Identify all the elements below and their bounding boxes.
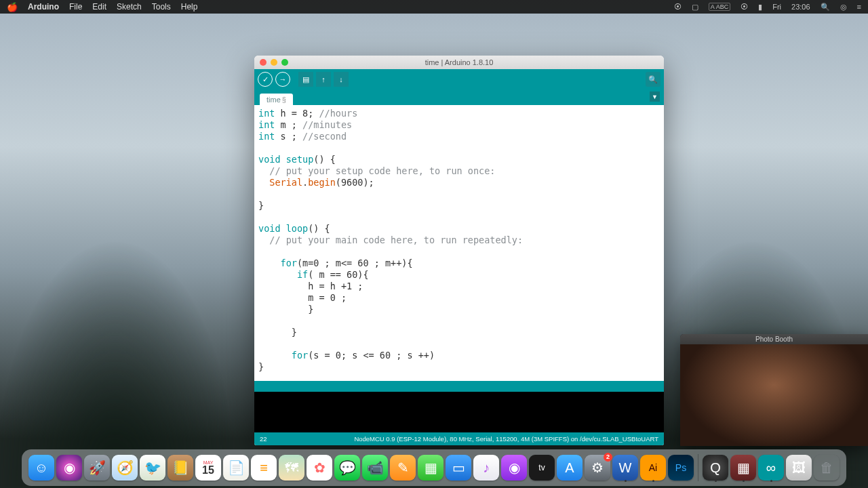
dock-quicktime[interactable]: Q <box>703 455 728 481</box>
dock-keynote[interactable]: ▭ <box>446 455 471 481</box>
new-sketch-button[interactable]: ▤ <box>298 72 313 87</box>
sketch-tab[interactable]: time§ <box>260 94 293 105</box>
menu-file[interactable]: File <box>69 2 82 12</box>
apple-menu-icon[interactable]: 🍎 <box>7 2 18 12</box>
dock-pages[interactable]: ✎ <box>390 455 416 481</box>
dock-messages[interactable]: 💬 <box>334 455 360 481</box>
dock-word[interactable]: W <box>612 455 638 481</box>
dock-launchpad[interactable]: 🚀 <box>84 455 110 481</box>
clock-day[interactable]: Fri <box>772 3 781 11</box>
menu-sketch[interactable]: Sketch <box>117 2 142 12</box>
input-source[interactable]: AABC <box>709 3 731 11</box>
dock-numbers[interactable]: ▦ <box>418 455 443 481</box>
dock-preview[interactable]: 🖼 <box>786 455 812 481</box>
dock-maps[interactable]: 🗺 <box>279 455 304 481</box>
dock-photobooth[interactable]: ▦ <box>730 455 756 481</box>
dock-tv[interactable]: tv <box>529 455 555 481</box>
siri-icon[interactable]: ◎ <box>840 3 847 12</box>
record-status-icon[interactable]: ⦿ <box>674 3 682 11</box>
dock-photos[interactable]: ✿ <box>307 455 332 481</box>
wallpaper-decor <box>0 136 258 488</box>
dock-contacts[interactable]: 📒 <box>167 455 193 481</box>
dock-finder[interactable]: ☺ <box>28 455 54 481</box>
code-editor[interactable]: int h = 8; //hours int m ; //minutes int… <box>254 105 664 381</box>
status-bar: 22 NodeMCU 0.9 (ESP-12 Module), 80 MHz, … <box>254 432 664 445</box>
menubar: 🍎 Arduino File Edit Sketch Tools Help ⦿ … <box>0 0 868 14</box>
dock-facetime[interactable]: 📹 <box>362 455 388 481</box>
window-title: time | Arduino 1.8.10 <box>254 58 664 66</box>
clock-time[interactable]: 23:06 <box>791 3 810 11</box>
verify-button[interactable]: ✓ <box>258 72 273 87</box>
desktop: 🍎 Arduino File Edit Sketch Tools Help ⦿ … <box>0 0 868 488</box>
dock-siri[interactable]: ◉ <box>56 455 82 481</box>
badge: 2 <box>604 453 612 462</box>
dock-mail[interactable]: 🐦 <box>140 455 165 481</box>
line-number: 22 <box>260 435 267 443</box>
photobooth-preview <box>680 344 868 446</box>
dock-notes[interactable]: 📄 <box>223 455 249 481</box>
photobooth-window[interactable]: Photo Booth <box>680 334 868 446</box>
dock-arduino[interactable]: ∞ <box>758 455 784 481</box>
window-titlebar[interactable]: time | Arduino 1.8.10 <box>254 56 664 69</box>
dock-safari[interactable]: 🧭 <box>112 455 138 481</box>
tab-menu-icon[interactable]: ▼ <box>650 92 660 102</box>
output-console[interactable] <box>254 392 664 432</box>
cast-icon[interactable]: ▢ <box>692 3 698 12</box>
app-menu[interactable]: Arduino <box>28 2 59 12</box>
dock-calendar[interactable]: MAY15 <box>195 455 221 481</box>
dock-appstore[interactable]: A <box>557 455 583 481</box>
dock-itunes[interactable]: ♪ <box>473 455 499 481</box>
menu-edit[interactable]: Edit <box>92 2 106 12</box>
arduino-ide-window: time | Arduino 1.8.10 ✓ → ▤ ↑ ↓ 🔍 time§ … <box>254 56 664 445</box>
dock: ☺◉🚀🧭🐦📒MAY15📄≡🗺✿💬📹✎▦▭♪◉tvA⚙2WAiPsQ▦∞🖼🗑 <box>22 449 846 486</box>
dock-podcasts[interactable]: ◉ <box>501 455 527 481</box>
serial-monitor-button[interactable]: 🔍 <box>646 72 660 87</box>
battery-icon[interactable]: ▮ <box>758 3 762 12</box>
board-info: NodeMCU 0.9 (ESP-12 Module), 80 MHz, Ser… <box>354 435 658 443</box>
compile-status <box>254 381 664 392</box>
dock-trash[interactable]: 🗑 <box>814 455 840 481</box>
dock-illustrator[interactable]: Ai <box>640 455 666 481</box>
menu-help[interactable]: Help <box>181 2 198 12</box>
dock-reminders[interactable]: ≡ <box>251 455 277 481</box>
dock-photoshop[interactable]: Ps <box>668 455 694 481</box>
wifi-icon[interactable]: ⦿ <box>741 3 748 11</box>
open-sketch-button[interactable]: ↑ <box>316 72 331 87</box>
spotlight-icon[interactable]: 🔍 <box>821 3 830 12</box>
notification-center-icon[interactable]: ≡ <box>857 3 861 11</box>
photobooth-title: Photo Booth <box>680 334 868 344</box>
save-sketch-button[interactable]: ↓ <box>334 72 349 87</box>
dock-separator <box>698 454 698 481</box>
menu-tools[interactable]: Tools <box>152 2 171 12</box>
upload-button[interactable]: → <box>275 72 290 87</box>
tab-bar: time§ ▼ <box>254 89 664 105</box>
ide-toolbar: ✓ → ▤ ↑ ↓ 🔍 <box>254 69 664 89</box>
